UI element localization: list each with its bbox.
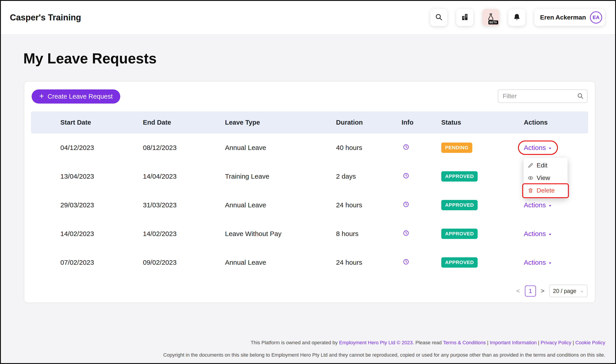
footer-link-privacy[interactable]: Privacy Policy: [541, 340, 571, 345]
status-badge: APPROVED: [441, 171, 478, 182]
footer-link-company[interactable]: Employment Hero Pty Ltd © 2023: [339, 340, 413, 345]
actions-dropdown-trigger[interactable]: Actions: [524, 144, 552, 152]
labs-beta-button[interactable]: BETA: [482, 9, 499, 26]
cell-leave-type: Annual Leave: [225, 144, 336, 152]
footer-link-cookie[interactable]: Cookie Policy: [576, 340, 605, 345]
footer-text: . Please read: [413, 340, 443, 345]
cell-leave-type: Annual Leave: [225, 259, 336, 266]
user-name: Eren Ackerman: [540, 14, 586, 21]
app-title: Casper's Training: [10, 13, 81, 22]
page-title: My Leave Requests: [23, 50, 157, 67]
notifications-button[interactable]: [508, 9, 525, 26]
cell-info: [402, 173, 441, 181]
col-info: Info: [402, 119, 441, 126]
trash-icon: [528, 188, 534, 194]
menu-item-label: View: [536, 174, 550, 182]
filter-input[interactable]: [498, 90, 588, 103]
bell-icon: [513, 13, 521, 22]
clock-icon[interactable]: [403, 201, 409, 208]
cell-actions: Actions: [524, 201, 588, 209]
cell-info: [402, 144, 441, 152]
header-actions: BETA Eren Ackerman EA: [430, 9, 605, 26]
cell-end-date: 14/04/2023: [143, 173, 225, 180]
cell-status: APPROVED: [441, 200, 524, 210]
footer: This Platform is owned and operated by E…: [163, 340, 605, 358]
cell-start-date: 04/12/2023: [60, 144, 143, 152]
cell-duration: 24 hours: [336, 259, 402, 266]
status-badge: APPROVED: [441, 200, 478, 210]
top-header: Casper's Training BETA: [1, 1, 615, 34]
cell-duration: 24 hours: [336, 201, 402, 209]
beta-badge: BETA: [488, 20, 498, 25]
create-leave-request-button[interactable]: + Create Leave Request: [32, 90, 120, 104]
cell-start-date: 29/03/2023: [60, 201, 143, 209]
actions-label: Actions: [524, 259, 546, 266]
table-row: 29/03/2023 31/03/2023 Annual Leave 24 ho…: [31, 191, 588, 220]
user-menu[interactable]: Eren Ackerman EA: [534, 9, 605, 26]
cell-info: [402, 201, 441, 209]
menu-item-label: Edit: [536, 162, 547, 169]
screen: Casper's Training BETA: [0, 0, 616, 364]
page-size-select[interactable]: 20 / page: [549, 285, 588, 297]
cell-leave-type: Leave Without Pay: [225, 230, 336, 238]
pagination: < 1 > 20 / page: [516, 285, 588, 297]
organisation-button[interactable]: [456, 9, 473, 26]
status-badge: APPROVED: [441, 257, 478, 268]
cell-info: [402, 259, 441, 266]
cell-end-date: 09/02/2023: [143, 259, 225, 266]
clock-icon[interactable]: [403, 230, 409, 236]
footer-separator: |: [538, 340, 539, 345]
actions-dropdown-trigger[interactable]: Actions: [524, 201, 552, 209]
clock-icon[interactable]: [403, 173, 409, 179]
avatar: EA: [590, 12, 602, 24]
cell-start-date: 13/04/2023: [60, 173, 143, 180]
cell-duration: 40 hours: [336, 144, 402, 152]
cell-end-date: 14/02/2023: [143, 230, 225, 238]
footer-separator: |: [487, 340, 489, 345]
actions-dropdown-trigger[interactable]: Actions: [524, 259, 552, 266]
menu-item-label: Delete: [536, 187, 555, 194]
filter-field: [498, 90, 588, 103]
col-status: Status: [441, 119, 524, 126]
cell-leave-type: Training Leave: [225, 173, 336, 180]
cell-info: [402, 230, 441, 238]
menu-item-view[interactable]: View: [523, 172, 568, 184]
pencil-icon: [528, 162, 534, 168]
cell-end-date: 31/03/2023: [143, 201, 225, 209]
cell-status: PENDING: [441, 143, 524, 153]
search-button[interactable]: [430, 9, 447, 26]
building-icon: [461, 13, 469, 22]
cell-actions: Actions: [524, 144, 588, 152]
table-header-row: Start Date End Date Leave Type Duration …: [31, 111, 588, 133]
cell-duration: 2 days: [336, 173, 402, 180]
clock-icon[interactable]: [403, 144, 409, 150]
pagination-next-button[interactable]: >: [541, 287, 544, 295]
footer-separator: |: [573, 340, 574, 345]
table-row: 13/04/2023 14/04/2023 Training Leave 2 d…: [31, 162, 588, 191]
cell-start-date: 07/02/2023: [60, 259, 143, 266]
cell-end-date: 08/12/2023: [143, 144, 225, 152]
actions-label: Actions: [524, 230, 546, 238]
footer-line2: Copyright in the documents on this site …: [163, 352, 605, 358]
menu-item-delete[interactable]: Delete: [523, 184, 568, 197]
footer-link-terms[interactable]: Terms & Conditions: [443, 340, 486, 345]
actions-dropdown-trigger[interactable]: Actions: [524, 230, 552, 238]
cell-leave-type: Annual Leave: [225, 201, 336, 209]
leave-requests-table: Start Date End Date Leave Type Duration …: [31, 111, 588, 277]
leave-requests-card: + Create Leave Request Start Date End Da…: [24, 81, 595, 303]
create-leave-request-label: Create Leave Request: [48, 93, 113, 100]
chevron-down-icon: [548, 146, 552, 150]
cell-duration: 8 hours: [336, 230, 402, 238]
actions-label: Actions: [524, 201, 546, 209]
pagination-page-1[interactable]: 1: [525, 286, 536, 297]
chevron-down-icon: [548, 204, 552, 208]
chevron-down-icon: [548, 233, 552, 236]
menu-item-edit[interactable]: Edit: [523, 159, 568, 172]
pagination-prev-button[interactable]: <: [516, 287, 520, 295]
cell-actions: Actions: [524, 230, 588, 238]
table-row: 14/02/2023 14/02/2023 Leave Without Pay …: [31, 220, 588, 248]
actions-menu: Edit View Delete: [523, 158, 568, 198]
footer-link-important-info[interactable]: Important Information: [490, 340, 536, 345]
col-leave-type: Leave Type: [225, 119, 336, 126]
clock-icon[interactable]: [403, 259, 409, 265]
